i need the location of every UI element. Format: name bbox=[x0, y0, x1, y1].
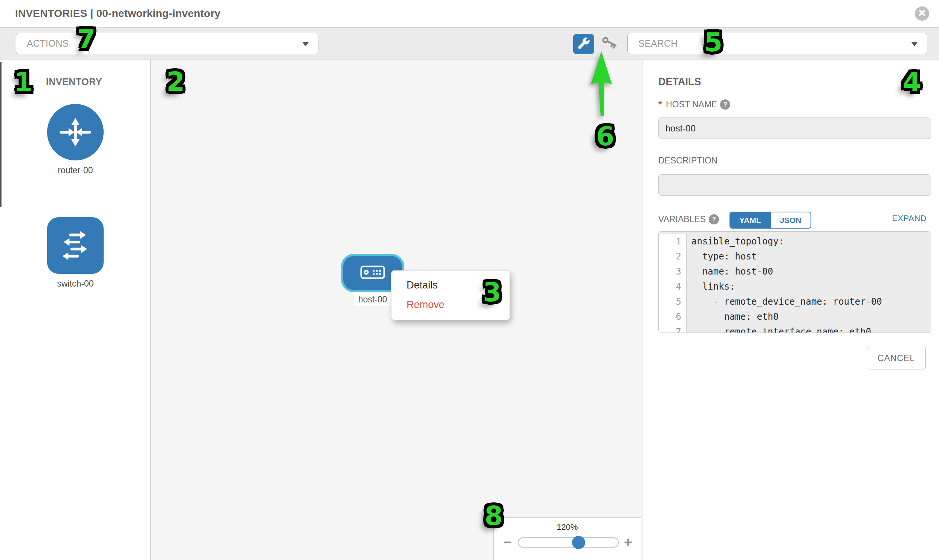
zoom-in-button[interactable]: + bbox=[624, 535, 632, 549]
line-number: 7 bbox=[658, 324, 686, 333]
zoom-slider-thumb[interactable] bbox=[572, 536, 585, 549]
code-line: 1 ansible_topology: bbox=[658, 234, 931, 249]
sidebar-item-router-00[interactable]: router-00 bbox=[47, 104, 103, 175]
chevron-down-icon bbox=[302, 42, 309, 46]
actions-dropdown-label: ACTIONS bbox=[27, 38, 69, 49]
variables-label-row: VARIABLES ? bbox=[658, 214, 719, 225]
annotation-2: 2 bbox=[167, 66, 185, 97]
search-dropdown[interactable]: SEARCH bbox=[628, 33, 927, 54]
router-icon[interactable] bbox=[47, 104, 103, 160]
host-icon bbox=[360, 265, 385, 281]
zoom-control-panel: 120% − + bbox=[493, 517, 641, 560]
close-button[interactable] bbox=[915, 6, 929, 21]
search-dropdown-label: SEARCH bbox=[638, 38, 677, 49]
line-text: type: host bbox=[686, 249, 757, 264]
header: INVENTORIES | 00-networking-inventory bbox=[0, 0, 939, 27]
variables-label: VARIABLES bbox=[658, 214, 706, 225]
switch-label: switch-00 bbox=[57, 279, 94, 289]
required-asterisk: * bbox=[658, 98, 662, 110]
description-label-row: DESCRIPTION bbox=[658, 155, 717, 166]
expand-link[interactable]: EXPAND bbox=[892, 214, 927, 223]
line-text: name: eth0 bbox=[686, 309, 779, 324]
variables-code-editor[interactable]: 1 ansible_topology: 2 type: host 3 name:… bbox=[658, 231, 931, 333]
host-node-label: host-00 bbox=[354, 293, 392, 306]
annotation-8: 8 bbox=[484, 500, 503, 531]
line-number: 1 bbox=[658, 234, 686, 249]
line-text: links: bbox=[686, 279, 735, 294]
host-name-label-row: * HOST NAME ? bbox=[658, 98, 730, 110]
code-line: 2 type: host bbox=[658, 249, 931, 264]
description-input[interactable] bbox=[658, 174, 931, 196]
chevron-down-icon bbox=[911, 42, 918, 46]
annotation-arrow-icon bbox=[586, 48, 621, 121]
annotation-1: 1 bbox=[14, 67, 33, 97]
line-number: 5 bbox=[658, 294, 686, 309]
annotation-5: 5 bbox=[704, 27, 723, 58]
sidebar-title: INVENTORY bbox=[46, 77, 102, 88]
topology-canvas[interactable]: host-00 Details Remove 120% − + bbox=[151, 59, 643, 560]
inventory-topology-page: INVENTORIES | 00-networking-inventory AC… bbox=[0, 0, 939, 560]
inventory-sidebar: INVENTORY router-00 bbox=[0, 59, 151, 560]
host-name-input[interactable] bbox=[658, 117, 931, 139]
code-line: 6 name: eth0 bbox=[658, 309, 931, 324]
code-line: 7 remote_interface_name: eth0 bbox=[658, 324, 931, 333]
line-number: 3 bbox=[658, 264, 686, 279]
annotation-3: 3 bbox=[483, 277, 501, 308]
details-panel: DETAILS * HOST NAME ? DESCRIPTION VARIAB… bbox=[643, 59, 939, 560]
zoom-out-button[interactable]: − bbox=[503, 535, 512, 549]
description-label: DESCRIPTION bbox=[658, 155, 717, 166]
actions-dropdown[interactable]: ACTIONS bbox=[16, 33, 318, 54]
line-number: 4 bbox=[658, 279, 686, 294]
details-title: DETAILS bbox=[658, 76, 701, 88]
line-text: ansible_topology: bbox=[686, 234, 784, 249]
cancel-button[interactable]: CANCEL bbox=[867, 347, 926, 369]
sidebar-item-switch-00[interactable]: switch-00 bbox=[47, 217, 103, 289]
toolbar: ACTIONS SEARCH bbox=[0, 27, 939, 59]
zoom-slider-track[interactable] bbox=[518, 537, 619, 548]
line-text: name: host-00 bbox=[686, 264, 773, 279]
variables-format-toggle: YAML JSON bbox=[729, 212, 811, 229]
json-toggle-button[interactable]: JSON bbox=[770, 212, 811, 228]
line-number: 6 bbox=[658, 309, 686, 324]
line-text: - remote_device_name: router-00 bbox=[686, 294, 882, 309]
router-label: router-00 bbox=[58, 165, 93, 175]
yaml-toggle-button[interactable]: YAML bbox=[730, 212, 770, 228]
code-line: 3 name: host-00 bbox=[658, 264, 931, 279]
code-line: 5 - remote_device_name: router-00 bbox=[658, 294, 931, 309]
annotation-6: 6 bbox=[596, 121, 615, 152]
help-icon[interactable]: ? bbox=[709, 214, 719, 225]
zoom-level-value: 120% bbox=[493, 522, 641, 532]
host-name-label: HOST NAME bbox=[666, 99, 717, 109]
annotation-7: 7 bbox=[77, 24, 96, 55]
sidebar-scroll-strip bbox=[0, 62, 2, 207]
line-number: 2 bbox=[658, 249, 686, 264]
help-icon[interactable]: ? bbox=[720, 99, 730, 109]
page-title: INVENTORIES | 00-networking-inventory bbox=[15, 8, 220, 20]
close-icon bbox=[918, 9, 926, 18]
annotation-4: 4 bbox=[903, 67, 921, 97]
line-text: remote_interface_name: eth0 bbox=[686, 324, 871, 333]
switch-icon[interactable] bbox=[47, 217, 103, 274]
code-line: 4 links: bbox=[658, 279, 931, 294]
